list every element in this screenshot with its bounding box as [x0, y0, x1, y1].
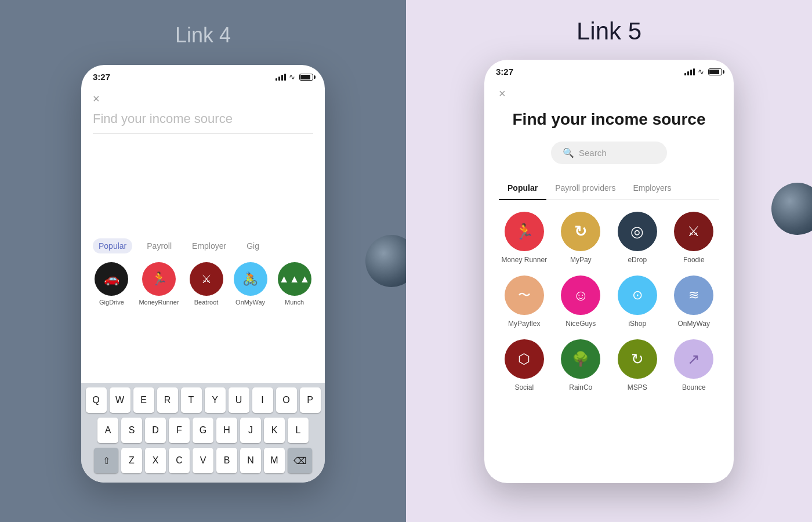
- app-onmyway[interactable]: 🚴 OnMyWay: [234, 262, 267, 306]
- app-label-onmyway: OnMyWay: [235, 299, 265, 306]
- key-q[interactable]: Q: [86, 387, 107, 413]
- label-bounce: Bounce: [682, 383, 706, 392]
- key-l[interactable]: L: [288, 418, 309, 443]
- app-ishop[interactable]: ⊙ iShop: [612, 276, 663, 328]
- key-delete[interactable]: ⌫: [288, 448, 312, 473]
- app-msps[interactable]: ↻ MSPS: [612, 339, 663, 392]
- key-c[interactable]: C: [169, 448, 190, 473]
- key-shift[interactable]: ⇧: [94, 448, 118, 473]
- app-label-gigdrive: GigDrive: [99, 299, 124, 306]
- app-money-runner[interactable]: 🏃 Money Runner: [499, 212, 550, 264]
- key-s[interactable]: S: [121, 418, 142, 443]
- app-foodie[interactable]: ⚔ Foodie: [669, 212, 720, 264]
- key-g[interactable]: G: [193, 418, 213, 443]
- close-button-left[interactable]: ×: [93, 92, 313, 106]
- battery-icon-left: [299, 74, 313, 81]
- key-r[interactable]: R: [157, 387, 178, 413]
- battery-fill-right: [709, 70, 719, 74]
- signal-bar-r2: [687, 71, 689, 75]
- tab-payroll-providers[interactable]: Payroll providers: [546, 179, 624, 200]
- search-icon-right: 🔍: [563, 147, 574, 158]
- key-h[interactable]: H: [216, 418, 237, 443]
- search-bar-right[interactable]: 🔍 Search: [551, 142, 667, 164]
- icon-mypayflex: 〜: [505, 276, 544, 315]
- icon-rainco: 🌳: [561, 339, 600, 379]
- tab-payroll-left[interactable]: Payroll: [141, 238, 177, 253]
- icon-mypay: ↻: [561, 212, 600, 251]
- icon-niceguys: ☺: [561, 276, 600, 315]
- app-icon-beatroot: ⚔: [190, 262, 223, 296]
- key-o[interactable]: O: [276, 387, 297, 413]
- battery-fill-left: [300, 75, 310, 79]
- phone-content-right: × Find your income source 🔍 Search Popul…: [484, 81, 734, 397]
- icon-onmyway-right: ≋: [674, 276, 713, 315]
- key-v[interactable]: V: [193, 448, 213, 473]
- key-n[interactable]: N: [240, 448, 261, 473]
- phone-left: 3:27 ∿ × Find your income source: [81, 65, 325, 483]
- app-social[interactable]: ⬡ Social: [499, 339, 550, 392]
- key-t[interactable]: T: [181, 387, 202, 413]
- label-social: Social: [514, 383, 534, 392]
- icon-foodie: ⚔: [674, 212, 713, 251]
- app-onmyway-right[interactable]: ≋ OnMyWay: [669, 276, 720, 328]
- app-moneyrunner[interactable]: 🏃 MoneyRunner: [139, 262, 179, 306]
- key-y[interactable]: Y: [205, 387, 226, 413]
- status-icons-left: ∿: [276, 72, 313, 81]
- search-placeholder-left[interactable]: Find your income source: [93, 111, 313, 126]
- key-i[interactable]: I: [252, 387, 273, 413]
- key-k[interactable]: K: [264, 418, 285, 443]
- app-bounce[interactable]: ↗ Bounce: [669, 339, 720, 392]
- app-edrop[interactable]: ◎ eDrop: [612, 212, 663, 264]
- key-d[interactable]: D: [145, 418, 166, 443]
- key-z[interactable]: Z: [121, 448, 142, 473]
- icon-ishop: ⊙: [618, 276, 657, 315]
- app-gigdrive[interactable]: 🚗 GigDrive: [95, 262, 128, 306]
- left-title: Link 4: [175, 23, 231, 48]
- tabs-left: Popular Payroll Employer Gig: [93, 238, 313, 253]
- app-rainco[interactable]: 🌳 RainCo: [556, 339, 607, 392]
- key-u[interactable]: U: [229, 387, 249, 413]
- key-w[interactable]: W: [110, 387, 130, 413]
- keyboard-row-3: ⇧ Z X C V B N M ⌫: [84, 448, 322, 473]
- icon-bounce: ↗: [674, 339, 713, 379]
- left-panel: Link 4 3:27 ∿ × Find your inco: [0, 0, 406, 522]
- signal-bars-left: [276, 74, 286, 81]
- close-button-right[interactable]: ×: [499, 87, 719, 100]
- key-j[interactable]: J: [240, 418, 261, 443]
- signal-bar-r3: [690, 70, 692, 75]
- app-mypay[interactable]: ↻ MyPay: [556, 212, 607, 264]
- icon-money-runner: 🏃: [505, 212, 544, 251]
- tab-popular-left[interactable]: Popular: [93, 238, 132, 253]
- status-bar-left: 3:27 ∿: [81, 65, 325, 86]
- label-ishop: iShop: [628, 320, 646, 328]
- signal-bar-2: [278, 77, 280, 81]
- icon-edrop: ◎: [618, 212, 657, 251]
- app-grid-right: 🏃 Money Runner ↻ MyPay ◎ eDrop: [499, 212, 719, 392]
- key-p[interactable]: P: [300, 387, 321, 413]
- icon-msps: ↻: [618, 339, 657, 379]
- tab-gig-left[interactable]: Gig: [241, 238, 265, 253]
- key-a[interactable]: A: [97, 418, 118, 443]
- keyboard-row-1: Q W E R T Y U I O P: [84, 387, 322, 413]
- app-mypayflex[interactable]: 〜 MyPayflex: [499, 276, 550, 328]
- key-b[interactable]: B: [216, 448, 237, 473]
- signal-bar-1: [276, 78, 277, 81]
- app-icon-onmyway: 🚴: [234, 262, 267, 296]
- key-e[interactable]: E: [133, 387, 154, 413]
- tab-employers[interactable]: Employers: [624, 179, 680, 200]
- label-msps: MSPS: [628, 383, 647, 392]
- app-munch[interactable]: ▲▲▲ Munch: [278, 262, 311, 306]
- keyboard-left: Q W E R T Y U I O P A S D F G H J K L: [81, 383, 325, 483]
- signal-bar-r1: [684, 73, 686, 75]
- label-niceguys: NiceGuys: [566, 320, 596, 328]
- battery-icon-right: [708, 68, 722, 75]
- key-x[interactable]: X: [145, 448, 166, 473]
- tab-employer-left[interactable]: Employer: [186, 238, 232, 253]
- tab-popular-right[interactable]: Popular: [499, 179, 546, 200]
- app-niceguys[interactable]: ☺ NiceGuys: [556, 276, 607, 328]
- app-icon-munch: ▲▲▲: [278, 262, 311, 296]
- key-f[interactable]: F: [169, 418, 190, 443]
- app-beatroot[interactable]: ⚔ Beatroot: [190, 262, 223, 306]
- app-label-moneyrunner: MoneyRunner: [139, 299, 179, 306]
- key-m[interactable]: M: [264, 448, 285, 473]
